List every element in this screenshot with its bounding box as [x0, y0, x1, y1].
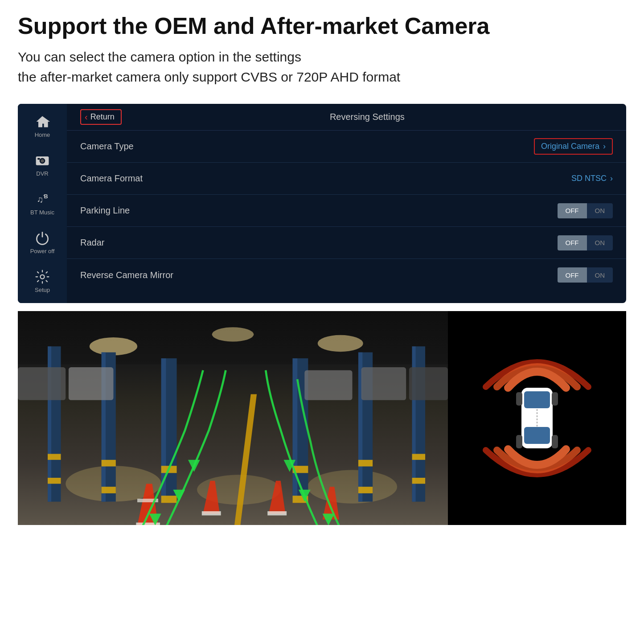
svg-point-2 — [41, 159, 44, 162]
settings-row-camera-format[interactable]: Camera Format SD NTSC › — [67, 163, 626, 195]
radar-off[interactable]: OFF — [558, 235, 587, 250]
reverse-mirror-label: Reverse Camera Mirror — [80, 270, 558, 280]
svg-rect-49 — [18, 367, 66, 400]
return-chevron-icon: ‹ — [85, 112, 88, 122]
svg-rect-40 — [412, 478, 425, 484]
main-title: Support the OEM and After-market Camera — [18, 13, 626, 39]
svg-rect-66 — [516, 435, 522, 448]
settings-row-radar: Radar OFF ON — [67, 227, 626, 259]
svg-rect-23 — [102, 460, 116, 467]
svg-rect-39 — [412, 454, 425, 460]
svg-point-7 — [41, 275, 45, 279]
parking-line-on[interactable]: ON — [587, 203, 613, 218]
svg-rect-62 — [524, 391, 550, 408]
radar-toggle[interactable]: OFF ON — [558, 235, 613, 250]
power-icon — [34, 230, 50, 246]
svg-rect-67 — [552, 435, 558, 448]
svg-rect-64 — [516, 392, 522, 406]
camera-format-label: Camera Format — [80, 173, 571, 184]
parking-line-toggle[interactable]: OFF ON — [558, 203, 613, 218]
bt-music-icon: ♫ B * — [34, 191, 50, 207]
svg-rect-50 — [69, 367, 114, 400]
radar-view — [448, 311, 626, 525]
sidebar-btmusic-label: BT Music — [30, 209, 54, 216]
reverse-mirror-toggle[interactable]: OFF ON — [558, 267, 613, 283]
subtitle-line1: You can select the camera option in the … — [18, 49, 301, 64]
camera-type-chevron: › — [603, 142, 606, 151]
settings-row-camera-type[interactable]: Camera Type Original Camera › — [67, 131, 626, 163]
sidebar-dvr-label: DVR — [36, 170, 48, 177]
svg-text:♫: ♫ — [37, 194, 43, 204]
svg-rect-52 — [409, 367, 448, 400]
sidebar-power-label: Power off — [30, 248, 55, 254]
header-section: Support the OEM and After-market Camera … — [0, 0, 644, 96]
settings-rows: Camera Type Original Camera › Camera For… — [67, 131, 626, 303]
svg-point-15 — [308, 470, 397, 504]
reverse-mirror-off[interactable]: OFF — [558, 267, 587, 283]
svg-rect-28 — [161, 496, 177, 503]
radar-on[interactable]: ON — [587, 235, 613, 250]
parking-line-off[interactable]: OFF — [558, 203, 587, 218]
camera-type-text: Original Camera — [541, 142, 599, 151]
return-label: Return — [90, 112, 115, 122]
return-button[interactable]: ‹ Return — [80, 109, 122, 125]
svg-rect-20 — [48, 478, 61, 484]
sidebar-item-dvr[interactable]: DVR — [18, 147, 67, 182]
dvr-icon — [34, 152, 50, 168]
svg-text:B: B — [44, 193, 48, 200]
svg-rect-35 — [358, 460, 373, 467]
svg-rect-51 — [361, 367, 406, 400]
svg-rect-53 — [304, 370, 352, 400]
sidebar-item-bt-music[interactable]: ♫ B * BT Music — [18, 186, 67, 221]
svg-rect-19 — [48, 454, 61, 460]
radar-label: Radar — [80, 238, 558, 248]
home-icon — [34, 114, 50, 130]
settings-panel: Home DVR ♫ B * BT Music Power — [18, 104, 626, 303]
parking-scene-svg — [18, 311, 448, 525]
camera-type-label: Camera Type — [80, 141, 534, 152]
svg-rect-65 — [552, 392, 558, 406]
main-content: ‹ Return Reversing Settings Camera Type … — [67, 104, 626, 303]
sidebar: Home DVR ♫ B * BT Music Power — [18, 104, 67, 303]
sidebar-item-power[interactable]: Power off — [18, 225, 67, 260]
sidebar-setup-label: Setup — [35, 287, 50, 293]
settings-row-reverse-mirror: Reverse Camera Mirror OFF ON — [67, 259, 626, 291]
radar-svg — [450, 311, 624, 525]
camera-section — [18, 311, 626, 525]
camera-type-value[interactable]: Original Camera › — [534, 138, 613, 155]
parking-camera-view — [18, 311, 448, 525]
sidebar-home-label: Home — [35, 131, 50, 138]
sidebar-item-setup[interactable]: Setup — [18, 263, 67, 299]
top-bar: ‹ Return Reversing Settings — [67, 104, 626, 131]
svg-point-12 — [318, 335, 363, 352]
camera-format-value[interactable]: SD NTSC › — [571, 174, 613, 183]
svg-rect-3 — [37, 158, 40, 160]
svg-point-11 — [212, 327, 254, 341]
subtitle: You can select the camera option in the … — [18, 47, 626, 87]
svg-rect-45 — [202, 511, 221, 515]
settings-row-parking-line: Parking Line OFF ON — [67, 195, 626, 227]
sidebar-item-home[interactable]: Home — [18, 108, 67, 144]
camera-format-chevron: › — [610, 174, 613, 183]
svg-rect-63 — [524, 427, 550, 444]
parking-line-label: Parking Line — [80, 205, 558, 216]
reverse-mirror-on[interactable]: ON — [587, 267, 613, 283]
top-bar-title: Reversing Settings — [122, 112, 613, 122]
svg-rect-36 — [358, 487, 373, 493]
svg-rect-47 — [267, 511, 287, 515]
svg-rect-24 — [102, 487, 116, 493]
subtitle-line2: the after-market camera only support CVB… — [18, 70, 400, 84]
camera-format-text: SD NTSC — [571, 174, 607, 183]
gear-icon — [34, 269, 50, 285]
